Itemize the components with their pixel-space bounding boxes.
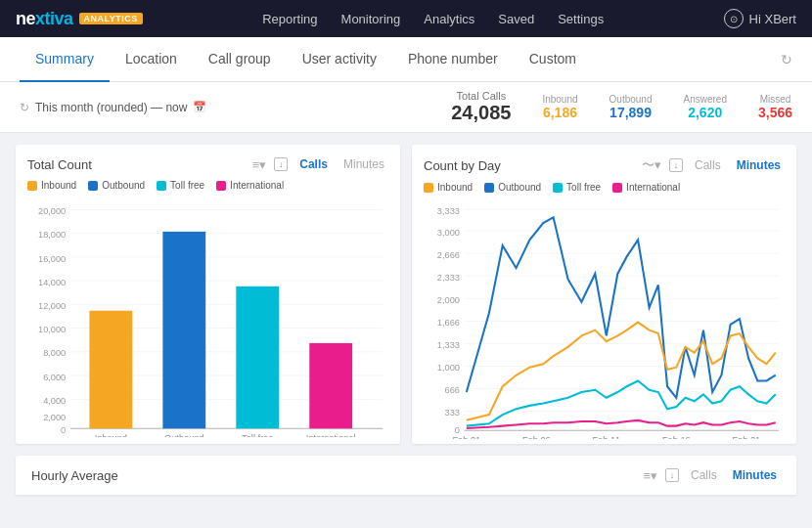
legend-international-dot [216,181,226,191]
count-by-day-title: Count by Day [424,158,642,173]
legend-inbound-dot [27,181,37,191]
hourly-average-controls: ≡▾ ↓ Calls Minutes [643,467,781,483]
svg-text:Feb 06: Feb 06 [522,435,551,439]
svg-text:International: International [306,433,356,437]
total-count-legend: Inbound Outbound Toll free International [27,180,388,191]
line-chart-svg: 3,333 3,000 2,666 2,333 2,000 1,666 1,33… [424,198,785,439]
download-icon[interactable]: ↓ [274,157,288,171]
line-legend-international-dot [612,183,622,193]
svg-text:1,333: 1,333 [437,340,460,350]
stats-right: Total Calls 24,085 Inbound 6,186 Outboun… [451,90,792,124]
line-download-icon[interactable]: ↓ [669,158,683,172]
logo-text: nextiva [16,9,73,29]
svg-text:1,666: 1,666 [437,318,460,328]
svg-text:10,000: 10,000 [38,325,66,334]
nav-reporting[interactable]: Reporting [262,12,317,26]
svg-text:0: 0 [61,425,66,435]
international-line [467,420,776,428]
line-legend-inbound: Inbound [424,182,473,193]
line-chart-type-icon[interactable]: 〜▾ [642,156,661,174]
svg-text:2,666: 2,666 [437,250,460,260]
count-by-day-chart: Count by Day 〜▾ ↓ Calls Minutes Inbound … [412,145,796,444]
outbound-value: 17,899 [609,105,653,120]
missed-label: Missed [758,94,792,105]
refresh-icon[interactable]: ↻ [781,52,792,67]
svg-text:16,000: 16,000 [38,254,66,264]
missed-value: 3,566 [758,105,792,120]
svg-text:6,000: 6,000 [43,373,66,382]
analytics-badge: ANALYTICS [79,13,143,24]
bar-inbound [89,311,132,429]
bar-chart-svg: 20,000 18,000 16,000 14,000 12,000 10,00… [27,197,388,437]
stats-bar: ↻ This month (rounded) — now 📅 Total Cal… [0,82,812,133]
calendar-icon: 📅 [193,101,206,113]
line-legend-inbound-dot [424,183,433,193]
svg-text:2,000: 2,000 [43,413,66,422]
calls-toggle[interactable]: Calls [295,156,332,172]
main-content: Summary Location Call group User activit… [0,37,812,528]
hourly-download-icon[interactable]: ↓ [665,468,679,482]
total-count-chart: Total Count ≡▾ ↓ Calls Minutes Inbound O… [16,145,400,444]
nav-saved[interactable]: Saved [498,12,534,26]
line-legend-toll-free-label: Toll free [566,182,601,193]
total-calls-block: Total Calls 24,085 [451,90,511,124]
line-legend-inbound-label: Inbound [437,182,473,193]
total-count-title: Total Count [27,157,252,172]
hourly-calls-toggle[interactable]: Calls [687,467,721,483]
svg-text:3,000: 3,000 [437,228,460,238]
answered-stat: Answered 2,620 [683,94,726,120]
count-by-day-body: 3,333 3,000 2,666 2,333 2,000 1,666 1,33… [424,198,785,439]
svg-text:1,000: 1,000 [437,363,460,373]
nav-analytics[interactable]: Analytics [424,12,474,26]
hourly-minutes-toggle[interactable]: Minutes [729,467,781,483]
legend-outbound-dot [88,181,98,191]
line-calls-toggle[interactable]: Calls [691,157,725,173]
inbound-stat: Inbound 6,186 [542,94,577,120]
tab-user-activity[interactable]: User activity [287,37,392,82]
chart-type-icon[interactable]: ≡▾ [252,157,267,172]
toll-free-line [467,381,776,426]
tab-custom[interactable]: Custom [514,37,592,82]
user-greeting: Hi XBert [749,12,796,26]
inbound-line [467,323,776,420]
total-count-header: Total Count ≡▾ ↓ Calls Minutes [27,156,388,172]
inbound-value: 6,186 [542,105,577,120]
total-calls-label: Total Calls [451,90,511,102]
hourly-average-title: Hourly Average [31,468,643,483]
line-legend-outbound-dot [484,183,494,193]
svg-text:14,000: 14,000 [38,278,66,287]
svg-text:2,333: 2,333 [437,273,460,283]
legend-international-label: International [230,180,284,191]
date-filter[interactable]: ↻ This month (rounded) — now 📅 [20,101,206,114]
nav-monitoring[interactable]: Monitoring [341,12,401,26]
svg-text:Feb 11: Feb 11 [592,435,620,439]
hourly-chart-type-icon[interactable]: ≡▾ [643,468,657,483]
count-by-day-header: Count by Day 〜▾ ↓ Calls Minutes [424,156,785,174]
line-minutes-toggle[interactable]: Minutes [733,157,785,173]
top-navigation: nextiva ANALYTICS Reporting Monitoring A… [0,0,812,37]
tab-phone-number[interactable]: Phone number [392,37,514,82]
nav-links: Reporting Monitoring Analytics Saved Set… [262,12,604,26]
charts-row: Total Count ≡▾ ↓ Calls Minutes Inbound O… [0,133,812,456]
line-legend-outbound-label: Outbound [498,182,541,193]
minutes-toggle[interactable]: Minutes [339,156,388,172]
svg-text:18,000: 18,000 [38,230,66,240]
bar-international [309,343,352,428]
svg-text:Feb 01: Feb 01 [452,435,480,439]
legend-toll-free-dot [157,181,166,191]
line-legend-toll-free-dot [553,183,563,193]
nav-settings[interactable]: Settings [558,12,604,26]
refresh-small-icon: ↻ [20,101,29,114]
hourly-average-bar: Hourly Average ≡▾ ↓ Calls Minutes [16,456,796,495]
tab-location[interactable]: Location [110,37,193,82]
line-legend-international: International [612,182,680,193]
tab-summary[interactable]: Summary [20,37,110,82]
tab-call-group[interactable]: Call group [193,37,287,82]
count-by-day-controls: 〜▾ ↓ Calls Minutes [642,156,785,174]
line-legend-international-label: International [626,182,680,193]
svg-text:Feb 16: Feb 16 [662,435,691,439]
legend-toll-free: Toll free [157,180,204,191]
bar-outbound [162,232,205,428]
bar-toll-free [236,286,279,428]
svg-text:Outbound: Outbound [164,433,204,437]
